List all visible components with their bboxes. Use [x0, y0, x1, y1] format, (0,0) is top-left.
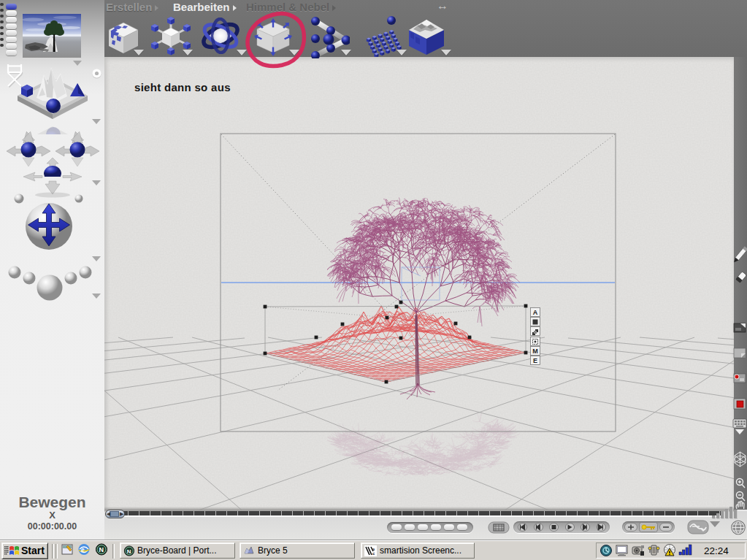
svg-text:A: A [533, 309, 538, 316]
svg-text:M: M [532, 348, 538, 355]
svg-text:e: e [81, 545, 85, 553]
svg-text:N: N [127, 548, 131, 554]
svg-text:E: E [533, 357, 537, 364]
svg-text:N: N [99, 546, 104, 553]
